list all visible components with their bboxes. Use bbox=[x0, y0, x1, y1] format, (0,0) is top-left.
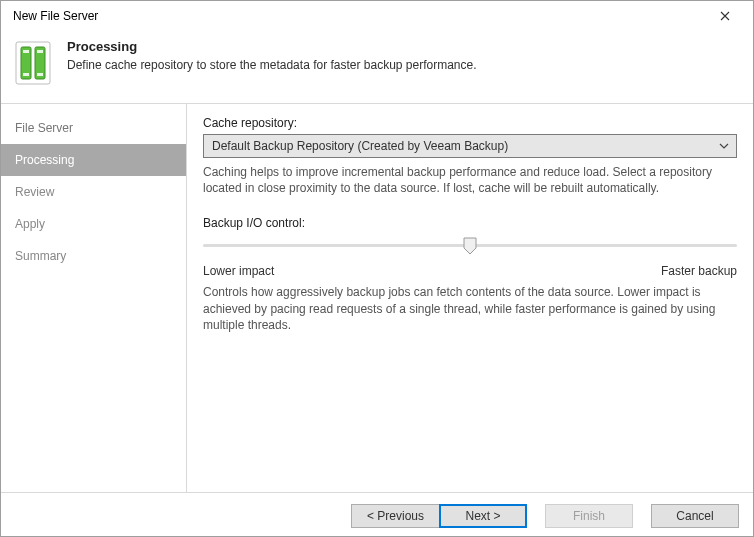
header-description: Define cache repository to store the met… bbox=[67, 58, 477, 72]
cache-repository-dropdown[interactable]: Default Backup Repository (Created by Ve… bbox=[203, 134, 737, 158]
wizard-header: Processing Define cache repository to st… bbox=[1, 31, 753, 104]
window-title: New File Server bbox=[9, 9, 705, 23]
finish-button: Finish bbox=[545, 504, 633, 528]
cache-repository-value: Default Backup Repository (Created by Ve… bbox=[212, 139, 718, 153]
wizard-icon bbox=[15, 41, 51, 85]
next-button[interactable]: Next > bbox=[439, 504, 527, 528]
cancel-button[interactable]: Cancel bbox=[651, 504, 739, 528]
cache-repository-label: Cache repository: bbox=[203, 116, 737, 130]
cache-repository-help: Caching helps to improve incremental bac… bbox=[203, 164, 737, 196]
svg-rect-5 bbox=[23, 73, 29, 76]
close-icon bbox=[720, 11, 730, 21]
io-control-label: Backup I/O control: bbox=[203, 216, 737, 230]
step-processing[interactable]: Processing bbox=[1, 144, 186, 176]
step-file-server[interactable]: File Server bbox=[1, 112, 186, 144]
step-summary[interactable]: Summary bbox=[1, 240, 186, 272]
close-button[interactable] bbox=[705, 2, 745, 30]
title-bar: New File Server bbox=[1, 1, 753, 31]
header-title: Processing bbox=[67, 39, 477, 54]
main-panel: Cache repository: Default Backup Reposit… bbox=[187, 104, 753, 492]
io-low-label: Lower impact bbox=[203, 264, 274, 278]
chevron-down-icon bbox=[718, 140, 730, 152]
previous-button[interactable]: < Previous bbox=[351, 504, 439, 528]
step-review[interactable]: Review bbox=[1, 176, 186, 208]
step-apply[interactable]: Apply bbox=[1, 208, 186, 240]
io-control-slider[interactable] bbox=[203, 236, 737, 258]
svg-rect-4 bbox=[37, 50, 43, 53]
wizard-footer: < Previous Next > Finish Cancel bbox=[1, 492, 753, 537]
wizard-steps: File Server Processing Review Apply Summ… bbox=[1, 104, 187, 492]
io-control-help: Controls how aggressively backup jobs ca… bbox=[203, 284, 737, 333]
io-high-label: Faster backup bbox=[661, 264, 737, 278]
svg-rect-6 bbox=[37, 73, 43, 76]
svg-rect-3 bbox=[23, 50, 29, 53]
slider-thumb[interactable] bbox=[463, 237, 477, 255]
